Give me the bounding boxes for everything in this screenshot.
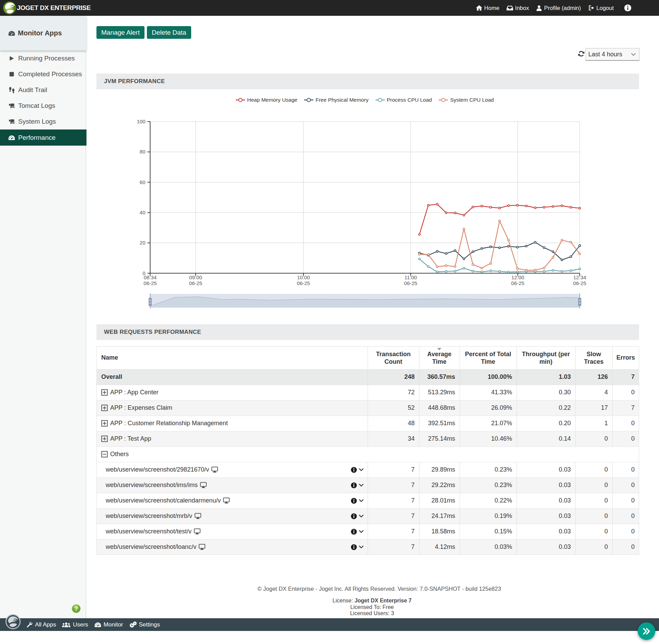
svg-text:80: 80 bbox=[140, 149, 146, 155]
svg-text:08:34: 08:34 bbox=[144, 274, 157, 280]
svg-text:20: 20 bbox=[140, 240, 146, 246]
svg-text:12:34: 12:34 bbox=[573, 274, 586, 280]
svg-text:06-25: 06-25 bbox=[143, 280, 157, 286]
svg-text:40: 40 bbox=[140, 210, 146, 215]
svg-text:12:00: 12:00 bbox=[511, 274, 524, 280]
svg-text:06-25: 06-25 bbox=[189, 280, 202, 286]
svg-text:09:00: 09:00 bbox=[189, 274, 202, 280]
svg-text:06-25: 06-25 bbox=[573, 280, 586, 286]
svg-text:100: 100 bbox=[137, 118, 145, 124]
svg-text:?: ? bbox=[74, 606, 78, 612]
svg-text:06-25: 06-25 bbox=[404, 280, 417, 286]
svg-text:06-25: 06-25 bbox=[297, 280, 310, 286]
svg-text:06-25: 06-25 bbox=[511, 280, 524, 286]
svg-text:60: 60 bbox=[140, 179, 146, 185]
svg-text:11:00: 11:00 bbox=[404, 274, 417, 280]
svg-text:10:00: 10:00 bbox=[297, 274, 310, 280]
